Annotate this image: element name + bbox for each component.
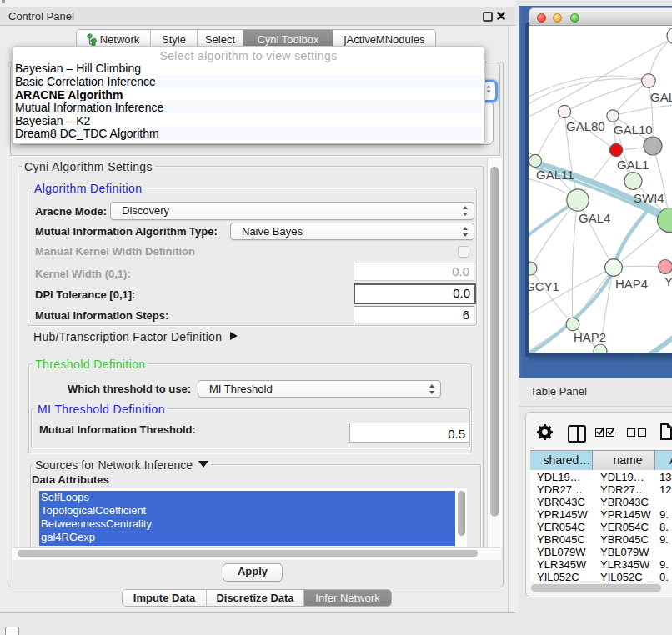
svg-text:GAL80: GAL80 <box>566 119 605 133</box>
svg-text:Y: Y <box>664 274 672 288</box>
svg-text:GAL10: GAL10 <box>614 122 653 137</box>
svg-text:GCY1: GCY1 <box>529 279 559 293</box>
svg-text:HAP4: HAP4 <box>615 277 648 291</box>
svg-text:GAL4: GAL4 <box>579 211 610 225</box>
svg-text:HAP2: HAP2 <box>574 330 606 344</box>
svg-text:GAL: GAL <box>650 90 672 104</box>
svg-text:GAL11: GAL11 <box>536 168 574 182</box>
svg-text:SWI4: SWI4 <box>634 191 664 205</box>
svg-text:GAL1: GAL1 <box>617 158 649 172</box>
